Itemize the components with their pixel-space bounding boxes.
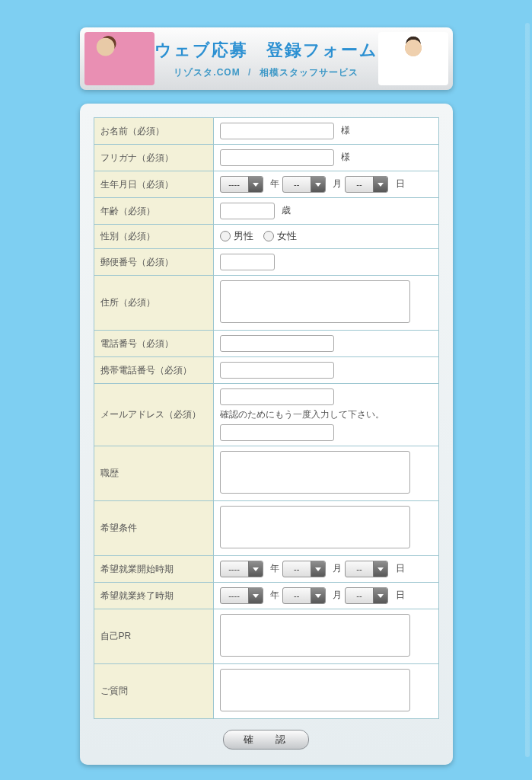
email-confirm-input[interactable] (220, 424, 334, 441)
row-conditions: 希望条件 (94, 501, 438, 556)
row-end-period: 希望就業終了時期 ---- 年 -- 月 -- 日 (94, 583, 438, 609)
row-address: 住所（必須） (94, 276, 438, 331)
label-phone: 電話番号（必須） (94, 331, 213, 357)
email-input[interactable] (220, 388, 334, 405)
chevron-down-icon (373, 177, 387, 192)
row-age: 年齢（必須） 歳 (94, 198, 438, 225)
label-gender: 性別（必須） (94, 225, 213, 249)
banner-subtitle: リゾスタ.COM / 相模スタッフサービス (155, 66, 378, 79)
postal-input[interactable] (220, 254, 275, 270)
gender-male-radio[interactable] (220, 231, 231, 241)
row-birth: 生年月日（必須） ---- 年 -- 月 -- 日 (94, 171, 438, 198)
banner-sub-right: 相模スタッフサービス (260, 67, 358, 78)
birth-year-unit: 年 (270, 178, 279, 189)
chevron-down-icon (248, 561, 263, 577)
label-question: ご質問 (94, 664, 213, 719)
registration-form-table: お名前（必須） 様 フリガナ（必須） 様 生年月日（必須） ---- (94, 117, 439, 719)
start-year-unit: 年 (270, 563, 279, 574)
start-day-unit: 日 (396, 563, 405, 574)
address-textarea[interactable] (220, 280, 410, 323)
chevron-down-icon (373, 588, 387, 603)
banner-sub-left: リゾスタ.COM (174, 67, 240, 78)
start-month-select[interactable]: -- (282, 561, 326, 577)
submit-row: 確 認 (94, 719, 439, 751)
gender-female-option[interactable]: 女性 (263, 229, 297, 243)
birth-month-unit: 月 (333, 178, 342, 189)
label-furigana: フリガナ（必須） (94, 145, 213, 171)
end-day-select[interactable]: -- (345, 587, 388, 604)
name-input[interactable] (220, 123, 334, 139)
form-card: お名前（必須） 様 フリガナ（必須） 様 生年月日（必須） ---- (80, 104, 453, 765)
row-mobile: 携帯電話番号（必須） (94, 357, 438, 384)
end-month-unit: 月 (333, 590, 342, 600)
scrollbar[interactable] (525, 23, 530, 757)
row-gender: 性別（必須） 男性 女性 (94, 225, 438, 249)
mobile-input[interactable] (220, 362, 334, 379)
label-conditions: 希望条件 (94, 501, 213, 556)
end-year-select[interactable]: ---- (220, 587, 263, 604)
phone-input[interactable] (220, 335, 334, 352)
label-postal: 郵便番号（必須） (94, 249, 213, 276)
row-career: 職歴 (94, 446, 438, 501)
label-pr: 自己PR (94, 609, 213, 664)
row-postal: 郵便番号（必須） (94, 249, 438, 276)
chevron-down-icon (311, 588, 325, 603)
label-end-period: 希望就業終了時期 (94, 583, 213, 609)
gender-female-label: 女性 (277, 229, 297, 243)
chevron-down-icon (248, 588, 263, 603)
email-confirm-note: 確認のためにもう一度入力して下さい。 (220, 408, 432, 421)
end-month-select[interactable]: -- (282, 587, 326, 604)
label-birth: 生年月日（必須） (94, 171, 213, 198)
birth-day-select[interactable]: -- (345, 176, 388, 193)
label-email: メールアドレス（必須） (94, 384, 213, 446)
start-year-select[interactable]: ---- (220, 561, 263, 577)
gender-female-radio[interactable] (263, 231, 274, 241)
furigana-input[interactable] (220, 149, 334, 166)
pr-textarea[interactable] (220, 614, 410, 657)
row-email: メールアドレス（必須） 確認のためにもう一度入力して下さい。 (94, 384, 438, 446)
gender-male-option[interactable]: 男性 (220, 229, 253, 243)
header-banner: ウェブ応募 登録フォーム リゾスタ.COM / 相模スタッフサービス (80, 27, 453, 90)
birth-year-select[interactable]: ---- (220, 176, 263, 193)
banner-center: ウェブ応募 登録フォーム リゾスタ.COM / 相模スタッフサービス (155, 39, 378, 79)
banner-title: ウェブ応募 登録フォーム (155, 39, 378, 62)
banner-photo-left (84, 32, 155, 85)
chevron-down-icon (248, 177, 263, 192)
confirm-button[interactable]: 確 認 (223, 730, 309, 750)
row-pr: 自己PR (94, 609, 438, 664)
gender-male-label: 男性 (234, 229, 253, 243)
label-address: 住所（必須） (94, 276, 213, 331)
career-textarea[interactable] (220, 451, 410, 494)
label-mobile: 携帯電話番号（必須） (94, 357, 213, 384)
row-furigana: フリガナ（必須） 様 (94, 145, 438, 171)
question-textarea[interactable] (220, 669, 410, 711)
chevron-down-icon (311, 561, 325, 577)
label-career: 職歴 (94, 446, 213, 501)
furigana-suffix: 様 (341, 152, 350, 162)
row-start-period: 希望就業開始時期 ---- 年 -- 月 -- 日 (94, 556, 438, 583)
name-suffix: 様 (341, 125, 350, 136)
page: ウェブ応募 登録フォーム リゾスタ.COM / 相模スタッフサービス お名前（必… (0, 0, 532, 780)
row-question: ご質問 (94, 664, 438, 719)
start-day-select[interactable]: -- (345, 561, 388, 577)
chevron-down-icon (311, 177, 325, 192)
birth-month-select[interactable]: -- (282, 176, 326, 193)
label-age: 年齢（必須） (94, 198, 213, 225)
start-month-unit: 月 (333, 563, 342, 574)
birth-day-unit: 日 (396, 178, 405, 189)
banner-sub-sep: / (248, 67, 251, 78)
label-start-period: 希望就業開始時期 (94, 556, 213, 583)
row-name: お名前（必須） 様 (94, 118, 438, 145)
age-suffix: 歳 (282, 205, 291, 216)
banner-photo-right (378, 32, 448, 85)
end-year-unit: 年 (270, 590, 279, 600)
conditions-textarea[interactable] (220, 506, 410, 548)
chevron-down-icon (373, 561, 387, 577)
end-day-unit: 日 (396, 590, 405, 600)
row-phone: 電話番号（必須） (94, 331, 438, 357)
age-input[interactable] (220, 203, 275, 219)
label-name: お名前（必須） (94, 118, 213, 145)
